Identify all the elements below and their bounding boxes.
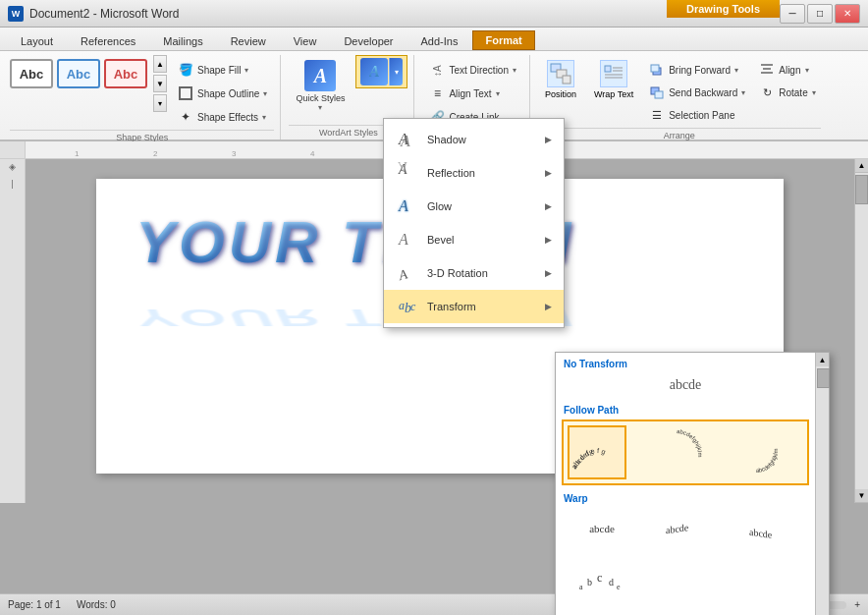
3d-rotation-menu-item[interactable]: A 3-D Rotation ▶: [384, 256, 564, 290]
svg-text:e: e: [617, 583, 621, 591]
tab-layout[interactable]: Layout: [8, 31, 66, 50]
svg-rect-16: [763, 68, 771, 70]
shape-styles-group: Abc Abc Abc ▲ ▼ ▾ 🪣 Shape Fill ▾: [4, 55, 281, 140]
shape-style-2[interactable]: Abc: [57, 59, 100, 88]
warp-item-1[interactable]: abcde: [562, 508, 642, 554]
warp-item-3[interactable]: abcde: [729, 508, 809, 554]
glow-menu-item[interactable]: A A Glow ▶: [384, 190, 564, 223]
scroll-up-button[interactable]: ▲: [153, 55, 167, 73]
selection-pane-icon: ☰: [649, 107, 665, 123]
text-content: ↕A Text Direction ▾ ≡ Align Text ▾ 🔗 Cre…: [422, 55, 523, 128]
wrap-text-button[interactable]: Wrap Text: [587, 55, 640, 104]
ribbon-tabs: Layout References Mailings Review View D…: [0, 28, 868, 51]
transform-icon: a b c: [396, 295, 419, 318]
bring-forward-button[interactable]: Bring Forward ▾: [644, 59, 750, 81]
align-text-dropdown: ▾: [496, 89, 500, 98]
svg-text:abcde: abcde: [666, 522, 689, 535]
tab-developer[interactable]: Developer: [331, 31, 406, 50]
sub-scroll-up[interactable]: ▲: [816, 353, 829, 366]
shape-fill-button[interactable]: 🪣 Shape Fill ▾: [171, 59, 274, 81]
title-buttons[interactable]: ─ □ ✕: [780, 4, 860, 24]
maximize-button[interactable]: □: [807, 4, 833, 24]
arrange-group: Position Wrap Text: [532, 55, 827, 140]
vert-toolbar-item[interactable]: ◈: [8, 163, 18, 173]
position-button[interactable]: Position: [538, 55, 583, 104]
rotate-button[interactable]: ↻ Rotate ▾: [754, 82, 820, 103]
warp-title: Warp: [562, 493, 809, 504]
sub-scroll-thumb[interactable]: [817, 368, 830, 388]
warp-item-4[interactable]: a b c d e: [562, 557, 642, 603]
rotate-dropdown: ▾: [812, 88, 816, 97]
scroll-expand-button[interactable]: ▾: [153, 94, 167, 112]
text-direction-button[interactable]: ↕A Text Direction ▾: [422, 59, 523, 81]
tab-view[interactable]: View: [281, 31, 330, 50]
tab-review[interactable]: Review: [218, 31, 279, 50]
transform-submenu: ▲ No Transform abcde Follow Path abcdefg: [555, 352, 830, 615]
tab-addins[interactable]: Add-Ins: [408, 31, 471, 50]
svg-rect-14: [655, 91, 663, 98]
scroll-up[interactable]: ▲: [855, 159, 868, 173]
send-backward-button[interactable]: Send Backward ▾: [644, 82, 750, 103]
shape-outline-button[interactable]: Shape Outline ▾: [171, 83, 274, 104]
vert-ruler[interactable]: |: [11, 179, 13, 189]
svg-rect-15: [761, 64, 773, 66]
glow-label: Glow: [427, 200, 537, 212]
align-icon: [759, 62, 775, 78]
app-icon: W: [8, 6, 24, 22]
shape-styles-content: Abc Abc Abc ▲ ▼ ▾ 🪣 Shape Fill ▾: [10, 55, 274, 128]
glow-icon: A A: [396, 195, 419, 218]
follow-path-arc[interactable]: abcdefg a b c d e f g: [568, 425, 626, 479]
warp-section: Warp abcde abcde abcde: [562, 493, 809, 603]
svg-text:A: A: [397, 266, 409, 283]
shape-outline-icon: [178, 85, 193, 101]
follow-path-circle2[interactable]: abcdefghijklm: [727, 425, 786, 479]
shape-style-3[interactable]: Abc: [104, 59, 147, 88]
wordart-content: A Quick Styles ▾ A ▾: [289, 55, 407, 123]
wordart-dropdown-arrow[interactable]: ▾: [389, 58, 403, 85]
text-direction-icon: ↕A: [429, 62, 445, 78]
dropdown-arrow: ▾: [244, 66, 248, 75]
align-button[interactable]: Align ▾: [754, 59, 820, 81]
tab-references[interactable]: References: [68, 31, 148, 50]
position-label: Position: [545, 89, 576, 99]
bevel-menu-item[interactable]: A Bevel ▶: [384, 223, 564, 256]
svg-text:A: A: [398, 197, 408, 214]
word-count: Words: 0: [77, 599, 116, 610]
selection-pane-button[interactable]: ☰ Selection Pane: [644, 104, 750, 126]
svg-text:A: A: [398, 131, 408, 147]
align-text-button[interactable]: ≡ Align Text ▾: [422, 83, 523, 104]
tab-mailings[interactable]: Mailings: [150, 31, 215, 50]
shadow-menu-item[interactable]: A A Shadow ▶: [384, 123, 564, 156]
reflection-menu-item[interactable]: A A Reflection ▶: [384, 156, 564, 190]
scroll-down-button[interactable]: ▼: [153, 75, 167, 92]
ruler-corner: [0, 141, 26, 158]
reflection-icon: A A: [396, 161, 419, 185]
arrange-buttons: Bring Forward ▾ Send Backward ▾ ☰ Se: [644, 55, 750, 126]
svg-text:↕A: ↕A: [432, 65, 443, 77]
text-direction-col: ↕A Text Direction ▾ ≡ Align Text ▾ 🔗 Cre…: [422, 55, 523, 128]
no-transform-item[interactable]: abcde: [562, 373, 809, 397]
warp-grid: abcde abcde abcde a b: [562, 508, 809, 603]
svg-text:abcdefghijklm: abcdefghijklm: [676, 428, 702, 457]
bevel-label: Bevel: [427, 234, 537, 246]
shape-style-1[interactable]: Abc: [10, 59, 53, 88]
transform-menu-item[interactable]: a b c Transform ▶: [384, 290, 564, 323]
drawing-tools-label: Drawing Tools: [667, 0, 780, 18]
scroll-down[interactable]: ▼: [855, 489, 868, 503]
page-indicator: Page: 1 of 1: [8, 599, 61, 610]
text-dir-dropdown: ▾: [513, 66, 516, 75]
shape-effects-button[interactable]: ✦ Shape Effects ▾: [171, 106, 274, 128]
warp-item-2[interactable]: abcde: [645, 508, 726, 554]
quick-styles-button[interactable]: A Quick Styles ▾: [289, 55, 352, 117]
bring-forward-dropdown: ▾: [734, 66, 738, 75]
follow-path-circle1[interactable]: abcdefghijklm: [647, 425, 706, 479]
zoom-plus[interactable]: +: [854, 599, 860, 610]
svg-text:abcde: abcde: [749, 527, 773, 540]
wordart-button[interactable]: A ▾: [355, 55, 407, 88]
minimize-button[interactable]: ─: [780, 4, 805, 24]
svg-text:d: d: [609, 577, 614, 587]
close-button[interactable]: ✕: [835, 4, 860, 24]
scroll-thumb[interactable]: [855, 175, 868, 204]
tab-format[interactable]: Format: [472, 30, 534, 50]
svg-text:c: c: [410, 300, 416, 313]
